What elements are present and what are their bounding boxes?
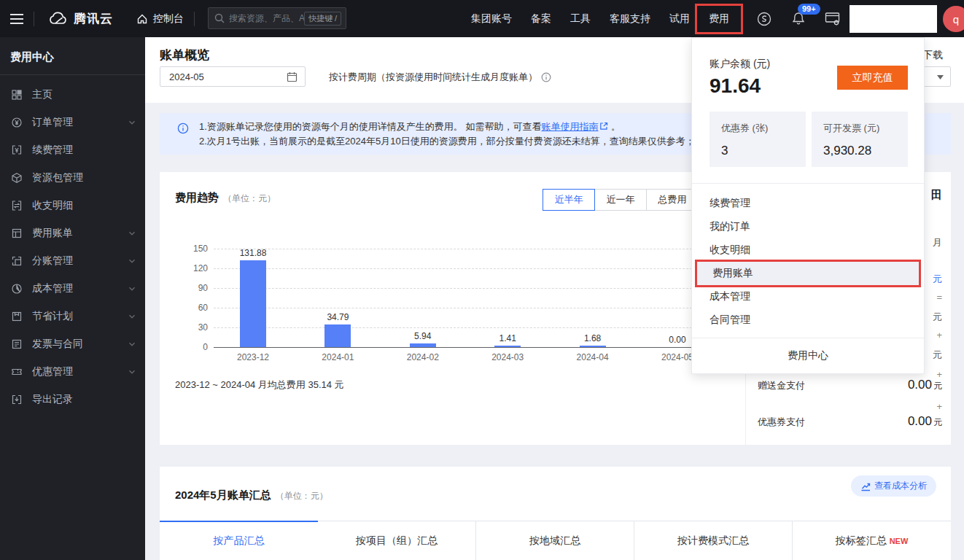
info-circle-icon: [177, 122, 189, 134]
sidebar-item-resource-package-management[interactable]: 资源包管理: [0, 164, 145, 192]
user-avatar[interactable]: q: [943, 6, 964, 32]
tab-by-tag[interactable]: 按标签汇总NEW: [793, 521, 951, 560]
dropdown-item-contracts[interactable]: 合同管理: [692, 308, 924, 332]
summary-plus-operator: +: [936, 401, 942, 412]
sidebar-item-income-expense-details[interactable]: 收支明细: [0, 192, 145, 219]
sidebar-item-renewal-management[interactable]: 续费管理: [0, 136, 145, 164]
y-axis-tick: 60: [189, 303, 208, 313]
balance-value: 91.64: [710, 74, 761, 98]
summary-fragment: 元: [933, 349, 942, 362]
savings-icon: [11, 311, 23, 322]
chevron-down-icon: [128, 340, 136, 349]
range-button-half-year[interactable]: 近半年: [543, 189, 595, 211]
page-title: 账单概览: [160, 47, 209, 63]
chevron-down-icon: [128, 368, 136, 376]
sidebar-item-discount-management[interactable]: 优惠管理: [0, 358, 145, 386]
sidebar-item-invoice-contract[interactable]: 发票与合同: [0, 330, 145, 358]
chart-bar: [324, 324, 351, 347]
search-icon: [214, 13, 225, 23]
sidebar-item-billing-bills[interactable]: 费用账单: [0, 219, 145, 247]
topbar-item-icp-filing[interactable]: 备案: [521, 0, 561, 37]
notification-count-badge: 99+: [798, 4, 820, 15]
balance-label: 账户余额 (元): [710, 58, 770, 71]
line-chart-icon: [860, 481, 871, 491]
dropdown-item-cost[interactable]: 成本管理: [692, 285, 924, 308]
chart-bar: [240, 260, 266, 347]
search-input[interactable]: [229, 13, 304, 23]
summary-tabs: 按产品汇总按项目（组）汇总按地域汇总按计费模式汇总按标签汇总NEW: [160, 521, 951, 560]
x-axis-baseline: [214, 347, 728, 348]
dropdown-item-bills[interactable]: 费用账单: [695, 260, 921, 287]
sidebar: 费用中心 主页订单管理续费管理资源包管理收支明细费用账单分账管理成本管理节省计划…: [0, 37, 145, 560]
external-link-icon: [599, 122, 608, 131]
sidebar-item-savings-plan[interactable]: 节省计划: [0, 303, 145, 330]
y-axis-tick: 90: [189, 283, 208, 293]
assistant-icon[interactable]: [756, 11, 772, 27]
hamburger-menu-icon[interactable]: [0, 0, 34, 37]
console-label: 控制台: [153, 12, 184, 26]
topbar-item-trial[interactable]: 试用: [660, 0, 699, 37]
summary-row-unit: 元: [933, 380, 942, 392]
topbar-item-group-account[interactable]: 集团账号: [462, 0, 521, 37]
bill-summary-card: 2024年5月账单汇总 （单位：元） 查看成本分析 按产品汇总按项目（组）汇总按…: [160, 467, 951, 560]
info-icon[interactable]: [541, 72, 551, 82]
dropdown-item-my-orders[interactable]: 我的订单: [692, 215, 924, 238]
billing-period-select[interactable]: 2024-05: [160, 66, 306, 87]
tab-label: 按标签汇总: [836, 534, 887, 548]
console-link[interactable]: 控制台: [126, 12, 194, 26]
sidebar-item-label: 订单管理: [32, 116, 128, 129]
billing-center-link[interactable]: 费用中心: [692, 338, 924, 374]
view-cost-analysis-button[interactable]: 查看成本分析: [851, 475, 936, 497]
billing-guide-link[interactable]: 账单使用指南: [541, 121, 598, 132]
billing-dropdown-panel: 账户余额 (元) 91.64 立即充值 优惠券 (张)3可开发票 (元)3,93…: [691, 37, 925, 374]
notifications-bell-icon[interactable]: 99+: [791, 11, 806, 26]
summary-row: 优惠券支付0.00元: [746, 414, 951, 429]
workspace-settings-icon[interactable]: [825, 12, 840, 26]
tab-label: 按计费模式汇总: [677, 534, 749, 548]
sidebar-item-label: 导出记录: [32, 393, 136, 406]
topbar-item-tools[interactable]: 工具: [561, 0, 600, 37]
dropdown-item-transactions[interactable]: 收支明细: [692, 238, 924, 262]
gridline: [214, 327, 728, 328]
trend-range-group: 近半年近一年总费用: [543, 189, 699, 211]
calendar-icon: [287, 71, 298, 82]
stat-card-coupons: 优惠券 (张)3: [710, 112, 806, 167]
trend-title: 费用趋势: [175, 191, 219, 205]
global-search[interactable]: 快捷键 /: [208, 7, 346, 29]
tab-label: 按项目（组）汇总: [356, 534, 438, 548]
sidebar-item-home[interactable]: 主页: [0, 81, 145, 109]
tab-by-billing-mode[interactable]: 按计费模式汇总: [634, 521, 793, 560]
recharge-button[interactable]: 立即充值: [837, 66, 908, 90]
tab-by-project[interactable]: 按项目（组）汇总: [318, 521, 476, 560]
sidebar-item-export-records[interactable]: 导出记录: [0, 386, 145, 413]
tab-label: 按地域汇总: [529, 534, 580, 548]
shortcut-badge: 快捷键 /: [304, 12, 341, 26]
tencent-cloud-logo[interactable]: 腾讯云: [34, 10, 126, 27]
stat-value: 3,930.28: [823, 144, 908, 158]
dropdown-item-renewal[interactable]: 续费管理: [692, 192, 924, 215]
chevron-down-icon: [128, 284, 136, 293]
cost-trend-chart-section: 费用趋势 （单位：元） 近半年近一年总费用 0306090120150131.8…: [160, 172, 745, 445]
topbar-item-billing[interactable]: 费用: [699, 0, 739, 37]
range-button-one-year[interactable]: 近一年: [594, 189, 647, 211]
sidebar-item-split-billing[interactable]: 分账管理: [0, 247, 145, 275]
chevron-down-icon: [128, 118, 136, 127]
grid-icon: [11, 89, 23, 101]
summary-fragment: 元: [933, 311, 942, 324]
summary-fragment: =: [936, 292, 942, 303]
topbar-item-support[interactable]: 客服支持: [600, 0, 660, 37]
topbar-left: 腾讯云 控制台 ⋯: [0, 0, 239, 37]
tab-label: 按产品汇总: [214, 534, 265, 548]
tab-by-region[interactable]: 按地域汇总: [476, 521, 634, 560]
sidebar-item-order-management[interactable]: 订单管理: [0, 109, 145, 136]
package-icon: [11, 172, 23, 184]
topbar: 腾讯云 控制台 ⋯ 快捷键 / 集团账号备案工具客服支持试用费用 99+: [0, 0, 964, 37]
x-axis-label: 2024-02: [394, 352, 452, 362]
x-axis-label: 2024-03: [478, 352, 537, 362]
order-icon: [11, 117, 23, 128]
sidebar-item-cost-management[interactable]: 成本管理: [0, 275, 145, 303]
summary-unit-label: （单位：元）: [276, 490, 328, 502]
sidebar-item-label: 费用账单: [32, 227, 128, 240]
chart-bar-value: 34.79: [308, 312, 367, 322]
tab-by-product[interactable]: 按产品汇总: [160, 521, 318, 560]
